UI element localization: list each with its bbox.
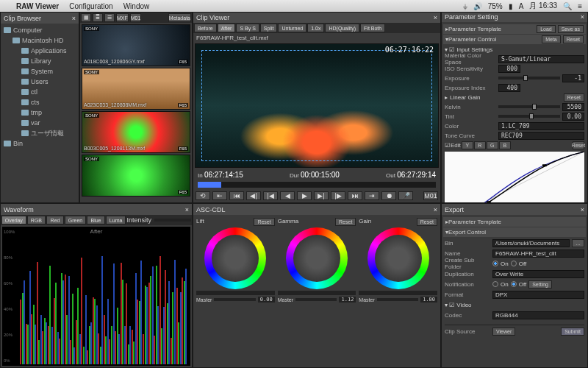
ei-value[interactable]: 400	[498, 84, 520, 92]
colorspace-select[interactable]: S-Gamut/Linear	[498, 55, 584, 63]
color-wheel[interactable]	[368, 227, 429, 289]
close-icon[interactable]: ×	[581, 206, 584, 213]
waveform-tab-green[interactable]: Green	[65, 216, 86, 224]
waveform-tab-red[interactable]: Red	[46, 216, 64, 224]
tone-curve-graph[interactable]	[445, 152, 584, 202]
tonecurve-select[interactable]: REC709	[498, 132, 584, 140]
cdl-slider[interactable]	[278, 291, 356, 295]
subfolder-on-radio[interactable]	[492, 261, 498, 266]
submit-button[interactable]: Submit	[561, 328, 584, 336]
clip-thumbnail[interactable]: SONYF65	[82, 155, 190, 197]
codec-select[interactable]: RGB444	[492, 311, 584, 319]
master-value[interactable]: 0.00	[258, 297, 275, 302]
master-slider[interactable]	[295, 298, 337, 301]
close-icon[interactable]: ×	[434, 14, 437, 21]
browse-button[interactable]: …	[572, 239, 584, 247]
color-wheel[interactable]	[204, 227, 266, 289]
sbs-button[interactable]: S By S	[236, 24, 259, 32]
close-icon[interactable]: ×	[72, 15, 76, 22]
master-slider[interactable]	[377, 298, 418, 301]
spotlight-icon[interactable]: 🔍	[563, 2, 572, 10]
tree-item[interactable]: cts	[4, 97, 76, 107]
metadata-button[interactable]: Metadata	[168, 13, 191, 22]
dup-select[interactable]: Over Write	[492, 270, 584, 278]
menubar-a-icon[interactable]: A	[519, 2, 524, 10]
tree-item[interactable]: Bin	[4, 138, 76, 149]
reset-button[interactable]: Reset	[254, 218, 274, 226]
bin-field[interactable]: /Users/onuki/Documents	[492, 239, 570, 247]
out-timecode[interactable]: 06:27:29:14	[397, 171, 436, 179]
curve-r-tab[interactable]: R	[474, 141, 486, 149]
tint-slider[interactable]	[498, 115, 560, 118]
forward-button[interactable]: ⏭	[348, 191, 362, 200]
intensity-slider[interactable]	[154, 219, 191, 222]
color-wheel[interactable]	[286, 227, 348, 289]
cdl-slider[interactable]	[196, 291, 275, 295]
view-grid-button[interactable]: ▦	[81, 13, 91, 22]
close-icon[interactable]: ×	[581, 13, 584, 21]
saveas-button[interactable]: Save as	[558, 25, 584, 33]
master-slider[interactable]	[214, 298, 255, 301]
notif-off-radio[interactable]	[511, 281, 517, 287]
tree-item[interactable]: Users	[4, 77, 76, 87]
close-icon[interactable]: ×	[434, 206, 437, 213]
reset-button[interactable]: Reset	[417, 218, 437, 226]
waveform-tab-rgb[interactable]: RGB	[27, 216, 46, 224]
rewind-button[interactable]: ⏮	[229, 191, 244, 200]
tree-item[interactable]: ユーザ情報	[4, 128, 76, 138]
wifi-icon[interactable]: ⏚	[463, 2, 467, 10]
kelvin-value[interactable]: 5500	[562, 103, 584, 111]
quality-select[interactable]: HD(Quality)	[325, 24, 359, 32]
load-button[interactable]: Load	[537, 25, 556, 33]
master-value[interactable]: 1.12	[339, 297, 356, 302]
goto-end-button[interactable]: ⇥	[365, 191, 379, 200]
exposure-value[interactable]: -1	[562, 74, 584, 82]
before-button[interactable]: Before	[194, 24, 217, 32]
close-icon[interactable]: ×	[185, 206, 189, 213]
tree-item[interactable]: Computer	[4, 25, 76, 35]
app-name[interactable]: RAW Viewer	[16, 2, 59, 10]
notif-icon[interactable]: ≡	[578, 2, 582, 10]
unturned-select[interactable]: Unturned	[278, 24, 306, 32]
cdl-slider[interactable]	[359, 291, 437, 295]
clip-thumbnail[interactable]: SONYB003C005_1208113M.mxfF65	[82, 111, 190, 153]
scrubber[interactable]	[198, 182, 436, 188]
tint-value[interactable]: 0.00	[562, 113, 584, 121]
color-select[interactable]: 1.LC_709	[498, 122, 584, 130]
selection-box[interactable]	[201, 50, 432, 162]
name-field[interactable]: F65RAW-HFR_test_clit	[492, 250, 584, 258]
exposure-slider[interactable]	[498, 77, 560, 79]
m01-filter[interactable]: M01	[130, 13, 142, 22]
waveform-tab-overlay[interactable]: Overlay	[1, 216, 26, 224]
waveform-tab-blue[interactable]: Blue	[87, 216, 105, 224]
mxf-filter[interactable]: MXF	[116, 13, 129, 22]
tree-item[interactable]: Applications	[4, 46, 76, 56]
export-control-section[interactable]: ▾ Export Control	[443, 227, 586, 237]
format-select[interactable]: DPX	[492, 291, 584, 299]
waveform-canvas[interactable]: After 100%80%60%40%20%0%	[2, 227, 190, 366]
curve-y-tab[interactable]: Y	[462, 141, 473, 149]
menu-window[interactable]: Window	[123, 2, 150, 10]
tree-item[interactable]: ctl	[4, 87, 76, 97]
prev-frame-button[interactable]: |◀	[263, 191, 278, 200]
viewer-canvas[interactable]: 06:27:16:22	[195, 43, 439, 169]
export-template-section[interactable]: ▸ Parameter Template	[443, 217, 586, 227]
subfolder-off-radio[interactable]	[511, 261, 517, 266]
reset-button[interactable]: Reset	[335, 218, 356, 226]
notif-setting-button[interactable]: Setting	[528, 280, 552, 289]
play-button[interactable]: ▶	[297, 191, 312, 200]
menu-configuration[interactable]: Configuration	[69, 2, 112, 10]
curve-b-tab[interactable]: B	[499, 141, 511, 149]
split-button[interactable]: Split	[260, 24, 278, 32]
in-timecode[interactable]: 06:27:14:15	[204, 171, 243, 179]
view-detail-button[interactable]: ☰	[104, 13, 115, 22]
master-value[interactable]: 1.00	[420, 297, 437, 302]
folder-tree[interactable]: ComputerMacintosh HDApplicationsLibraryS…	[1, 24, 79, 202]
clip-thumbnail[interactable]: SONYA023C033_120808MM.mxfF65	[82, 68, 190, 110]
waveform-tab-luma[interactable]: Luma	[106, 216, 126, 224]
after-button[interactable]: After	[218, 24, 236, 32]
video-section[interactable]: Video	[456, 302, 471, 308]
reset-button[interactable]: Reset	[563, 35, 584, 43]
tree-item[interactable]: Macintosh HD	[4, 35, 76, 46]
meta-button[interactable]: Meta	[542, 35, 561, 43]
